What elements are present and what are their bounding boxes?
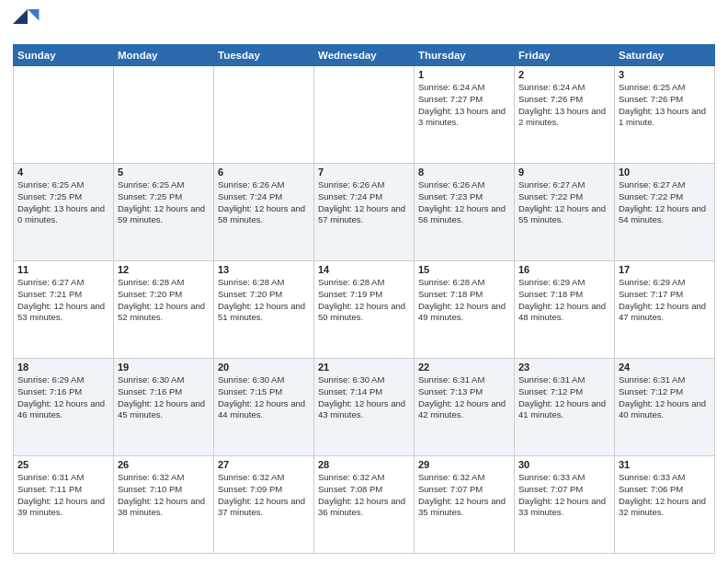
calendar-cell: 9Sunrise: 6:27 AM Sunset: 7:22 PM Daylig… [515,164,615,261]
day-info: Sunrise: 6:32 AM Sunset: 7:08 PM Dayligh… [318,472,410,519]
calendar-cell: 11Sunrise: 6:27 AM Sunset: 7:21 PM Dayli… [14,261,114,359]
day-number: 5 [118,167,210,178]
calendar-cell: 29Sunrise: 6:32 AM Sunset: 7:07 PM Dayli… [415,456,515,554]
calendar-cell: 17Sunrise: 6:29 AM Sunset: 7:17 PM Dayli… [615,261,715,359]
calendar-week-4: 18Sunrise: 6:29 AM Sunset: 7:16 PM Dayli… [14,359,715,456]
day-number: 8 [418,167,510,178]
day-number: 26 [118,459,210,470]
calendar-header-friday: Friday [515,45,615,66]
page-header [13,9,715,39]
day-info: Sunrise: 6:28 AM Sunset: 7:20 PM Dayligh… [218,277,310,324]
calendar-cell: 27Sunrise: 6:32 AM Sunset: 7:09 PM Dayli… [214,456,314,554]
day-number: 10 [619,167,711,178]
day-info: Sunrise: 6:28 AM Sunset: 7:19 PM Dayligh… [318,277,410,324]
calendar-cell: 1Sunrise: 6:24 AM Sunset: 7:27 PM Daylig… [415,66,515,164]
day-info: Sunrise: 6:25 AM Sunset: 7:25 PM Dayligh… [118,179,210,226]
day-info: Sunrise: 6:31 AM Sunset: 7:13 PM Dayligh… [418,374,510,421]
day-info: Sunrise: 6:29 AM Sunset: 7:17 PM Dayligh… [619,277,711,324]
day-number: 4 [17,167,109,178]
calendar-cell: 5Sunrise: 6:25 AM Sunset: 7:25 PM Daylig… [114,164,214,261]
logo [13,9,46,39]
calendar-cell: 12Sunrise: 6:28 AM Sunset: 7:20 PM Dayli… [114,261,214,359]
day-number: 28 [318,459,410,470]
day-info: Sunrise: 6:30 AM Sunset: 7:16 PM Dayligh… [118,374,210,421]
day-info: Sunrise: 6:31 AM Sunset: 7:11 PM Dayligh… [17,472,109,519]
day-info: Sunrise: 6:24 AM Sunset: 7:27 PM Dayligh… [418,82,510,129]
day-number: 30 [518,459,610,470]
logo-icon [13,9,42,39]
day-number: 6 [218,167,310,178]
calendar-cell: 21Sunrise: 6:30 AM Sunset: 7:14 PM Dayli… [314,359,415,456]
day-info: Sunrise: 6:32 AM Sunset: 7:09 PM Dayligh… [218,472,310,519]
day-number: 20 [218,362,310,373]
day-number: 16 [518,264,610,275]
calendar-cell: 20Sunrise: 6:30 AM Sunset: 7:15 PM Dayli… [214,359,314,456]
day-info: Sunrise: 6:32 AM Sunset: 7:07 PM Dayligh… [418,472,510,519]
calendar-header-sunday: Sunday [14,45,114,66]
calendar-cell: 10Sunrise: 6:27 AM Sunset: 7:22 PM Dayli… [615,164,715,261]
day-info: Sunrise: 6:32 AM Sunset: 7:10 PM Dayligh… [118,472,210,519]
calendar-cell: 16Sunrise: 6:29 AM Sunset: 7:18 PM Dayli… [515,261,615,359]
calendar-header-saturday: Saturday [615,45,715,66]
calendar-cell: 6Sunrise: 6:26 AM Sunset: 7:24 PM Daylig… [214,164,314,261]
day-info: Sunrise: 6:31 AM Sunset: 7:12 PM Dayligh… [619,374,711,421]
day-number: 3 [619,69,711,80]
day-number: 27 [218,459,310,470]
day-number: 13 [218,264,310,275]
calendar-cell: 25Sunrise: 6:31 AM Sunset: 7:11 PM Dayli… [14,456,114,554]
calendar-cell: 2Sunrise: 6:24 AM Sunset: 7:26 PM Daylig… [515,66,615,164]
day-info: Sunrise: 6:25 AM Sunset: 7:26 PM Dayligh… [619,82,711,129]
day-info: Sunrise: 6:33 AM Sunset: 7:06 PM Dayligh… [619,472,711,519]
calendar-cell [214,66,314,164]
day-number: 11 [17,264,109,275]
calendar-cell: 7Sunrise: 6:26 AM Sunset: 7:24 PM Daylig… [314,164,415,261]
day-number: 14 [318,264,410,275]
calendar-cell [114,66,214,164]
calendar-cell: 13Sunrise: 6:28 AM Sunset: 7:20 PM Dayli… [214,261,314,359]
day-info: Sunrise: 6:26 AM Sunset: 7:23 PM Dayligh… [418,179,510,226]
calendar-table: SundayMondayTuesdayWednesdayThursdayFrid… [13,44,715,554]
calendar-cell: 31Sunrise: 6:33 AM Sunset: 7:06 PM Dayli… [615,456,715,554]
svg-marker-0 [13,9,28,24]
day-number: 17 [619,264,711,275]
day-info: Sunrise: 6:30 AM Sunset: 7:14 PM Dayligh… [318,374,410,421]
calendar-cell: 3Sunrise: 6:25 AM Sunset: 7:26 PM Daylig… [615,66,715,164]
day-number: 23 [518,362,610,373]
day-number: 19 [118,362,210,373]
calendar-header-wednesday: Wednesday [314,45,415,66]
calendar-cell: 14Sunrise: 6:28 AM Sunset: 7:19 PM Dayli… [314,261,415,359]
calendar-cell: 22Sunrise: 6:31 AM Sunset: 7:13 PM Dayli… [415,359,515,456]
calendar-cell: 19Sunrise: 6:30 AM Sunset: 7:16 PM Dayli… [114,359,214,456]
day-info: Sunrise: 6:29 AM Sunset: 7:18 PM Dayligh… [518,277,610,324]
calendar-cell: 23Sunrise: 6:31 AM Sunset: 7:12 PM Dayli… [515,359,615,456]
day-number: 24 [619,362,711,373]
calendar-header-tuesday: Tuesday [214,45,314,66]
day-number: 9 [518,167,610,178]
day-number: 22 [418,362,510,373]
calendar-cell: 28Sunrise: 6:32 AM Sunset: 7:08 PM Dayli… [314,456,415,554]
day-info: Sunrise: 6:28 AM Sunset: 7:18 PM Dayligh… [418,277,510,324]
day-number: 15 [418,264,510,275]
day-info: Sunrise: 6:33 AM Sunset: 7:07 PM Dayligh… [518,472,610,519]
svg-marker-1 [28,9,39,20]
calendar-header-thursday: Thursday [415,45,515,66]
day-info: Sunrise: 6:27 AM Sunset: 7:21 PM Dayligh… [17,277,109,324]
calendar-cell: 30Sunrise: 6:33 AM Sunset: 7:07 PM Dayli… [515,456,615,554]
calendar-cell [314,66,415,164]
calendar-cell: 4Sunrise: 6:25 AM Sunset: 7:25 PM Daylig… [14,164,114,261]
calendar-cell: 24Sunrise: 6:31 AM Sunset: 7:12 PM Dayli… [615,359,715,456]
day-number: 25 [17,459,109,470]
calendar-cell: 26Sunrise: 6:32 AM Sunset: 7:10 PM Dayli… [114,456,214,554]
day-info: Sunrise: 6:26 AM Sunset: 7:24 PM Dayligh… [218,179,310,226]
calendar-cell: 18Sunrise: 6:29 AM Sunset: 7:16 PM Dayli… [14,359,114,456]
calendar-cell: 8Sunrise: 6:26 AM Sunset: 7:23 PM Daylig… [415,164,515,261]
day-info: Sunrise: 6:29 AM Sunset: 7:16 PM Dayligh… [17,374,109,421]
day-info: Sunrise: 6:30 AM Sunset: 7:15 PM Dayligh… [218,374,310,421]
day-number: 2 [518,69,610,80]
day-number: 18 [17,362,109,373]
day-number: 29 [418,459,510,470]
calendar-header-monday: Monday [114,45,214,66]
day-number: 21 [318,362,410,373]
calendar-week-5: 25Sunrise: 6:31 AM Sunset: 7:11 PM Dayli… [14,456,715,554]
day-info: Sunrise: 6:27 AM Sunset: 7:22 PM Dayligh… [619,179,711,226]
